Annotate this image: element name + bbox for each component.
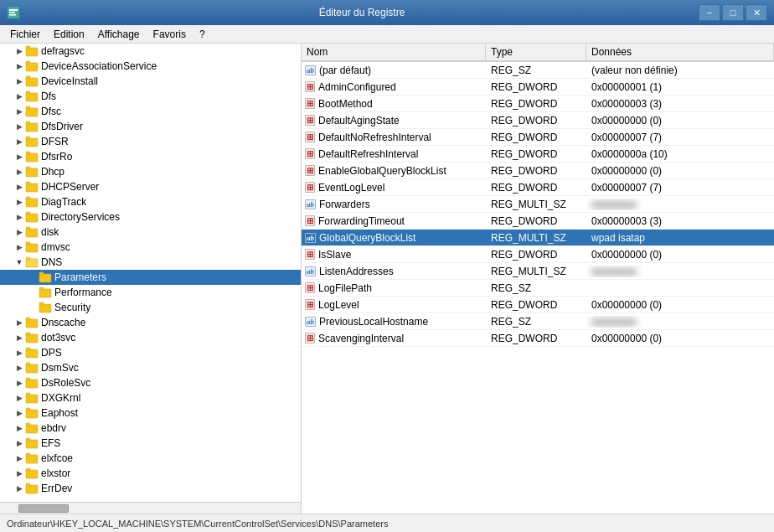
tree-item-diagtrack[interactable]: ▶DiagTrack: [0, 194, 301, 209]
value-data: xxxxxxxxx: [586, 266, 774, 277]
tree-item-deviceassociationservice[interactable]: ▶DeviceAssociationService: [0, 59, 301, 74]
menu-affichage[interactable]: Affichage: [91, 25, 147, 43]
value-row[interactable]: ⊞EventLogLevelREG_DWORD0x00000007 (7): [302, 179, 774, 196]
tree-item-dhcpserver[interactable]: ▶DHCPServer: [0, 179, 301, 194]
tree-arrow-icon[interactable]: ▶: [13, 211, 25, 223]
svg-rect-14: [26, 123, 38, 132]
value-name: ⊞ForwardingTimeout: [302, 215, 486, 227]
values-scroll[interactable]: ab(par défaut)REG_SZ(valeur non définie)…: [302, 62, 774, 514]
tree-item-dsrolesvc[interactable]: ▶DsRoleSvc: [0, 375, 301, 390]
value-row[interactable]: ab(par défaut)REG_SZ(valeur non définie): [302, 62, 774, 79]
tree-item-dhcp[interactable]: ▶Dhcp: [0, 164, 301, 179]
tree-item-dfs[interactable]: ▶Dfs: [0, 89, 301, 104]
tree-item-deviceinstall[interactable]: ▶DeviceInstall: [0, 74, 301, 89]
value-row[interactable]: ⊞DefaultNoRefreshIntervalREG_DWORD0x0000…: [302, 129, 774, 146]
tree-arrow-icon[interactable]: ▶: [13, 362, 25, 374]
tree-arrow-icon[interactable]: ▶: [13, 347, 25, 359]
tree-item-dxgkrnl[interactable]: ▶DXGKrnl: [0, 390, 301, 405]
value-row[interactable]: ⊞LogFilePathREG_SZ: [302, 280, 774, 297]
tree-item-dmvsc[interactable]: ▶dmvsc: [0, 240, 301, 255]
svg-rect-15: [26, 121, 30, 124]
folder-icon: [25, 241, 39, 253]
col-header-data[interactable]: Données: [586, 44, 774, 60]
value-row[interactable]: abPreviousLocalHostnameREG_SZxxxxxxxxx: [302, 313, 774, 330]
tree-arrow-icon[interactable]: ▶: [13, 483, 25, 494]
tree-arrow-icon[interactable]: ▶: [13, 332, 25, 343]
value-name-text: Forwarders: [319, 199, 370, 210]
col-header-type[interactable]: Type: [486, 44, 586, 60]
tree-item-elxstor[interactable]: ▶elxstor: [0, 466, 301, 481]
tree-arrow-icon[interactable]: ▶: [13, 151, 25, 163]
tree-item-directoryservices[interactable]: ▶DirectoryServices: [0, 209, 301, 225]
tree-arrow-icon[interactable]: ▶: [13, 45, 25, 57]
value-name-text: ScavengingInterval: [318, 333, 404, 344]
tree-item-security[interactable]: ▶Security: [0, 300, 301, 315]
tree-arrow-icon[interactable]: ▶: [13, 452, 25, 464]
tree-hscroll[interactable]: [0, 502, 301, 514]
tree-item-eaphost[interactable]: ▶Eaphost: [0, 405, 301, 421]
value-row[interactable]: ⊞DefaultRefreshIntervalREG_DWORD0x000000…: [302, 146, 774, 163]
tree-item-dot3svc[interactable]: ▶dot3svc: [0, 330, 301, 345]
value-row[interactable]: ⊞ScavengingIntervalREG_DWORD0x00000000 (…: [302, 330, 774, 347]
tree-item-efs[interactable]: ▶EFS: [0, 436, 301, 451]
menu-fichier[interactable]: Fichier: [3, 25, 47, 43]
tree-item-dfsrro[interactable]: ▶DfsrRo: [0, 149, 301, 164]
value-row[interactable]: ⊞ForwardingTimeoutREG_DWORD0x00000003 (3…: [302, 213, 774, 230]
folder-icon: [25, 121, 39, 132]
tree-arrow-icon[interactable]: ▶: [13, 317, 25, 328]
tree-arrow-icon[interactable]: ▶: [13, 392, 25, 404]
tree-item-disk[interactable]: ▶disk: [0, 225, 301, 240]
tree-arrow-icon[interactable]: ▶: [13, 60, 25, 72]
tree-arrow-icon[interactable]: ▶: [13, 241, 25, 253]
reg-value-icon: ⊞: [305, 182, 315, 193]
tree-arrow-icon[interactable]: ▶: [13, 196, 25, 208]
value-row[interactable]: ⊞IsSlaveREG_DWORD0x00000000 (0): [302, 246, 774, 263]
tree-item-dnscache[interactable]: ▶Dnscache: [0, 315, 301, 330]
menu-help[interactable]: ?: [193, 25, 212, 43]
tree-item-errdev[interactable]: ▶ErrDev: [0, 481, 301, 496]
tree-item-dsmsvc[interactable]: ▶DsmSvc: [0, 360, 301, 375]
col-header-name[interactable]: Nom: [302, 44, 486, 60]
value-row[interactable]: ⊞DefaultAgingStateREG_DWORD0x00000000 (0…: [302, 112, 774, 129]
tree-item-dfsdriver[interactable]: ▶DfsDriver: [0, 119, 301, 134]
menu-edition[interactable]: Edition: [47, 25, 91, 43]
value-name: abListenAddresses: [302, 266, 486, 277]
tree-arrow-icon[interactable]: ▶: [13, 75, 25, 87]
value-row[interactable]: abForwardersREG_MULTI_SZxxxxxxxxx: [302, 196, 774, 213]
value-row[interactable]: ⊞AdminConfiguredREG_DWORD0x00000001 (1): [302, 79, 774, 96]
tree-item-performance[interactable]: ▶Performance: [0, 285, 301, 300]
close-button[interactable]: ✕: [746, 4, 767, 21]
tree-item-elxfcoe[interactable]: ▶elxfcoe: [0, 451, 301, 466]
value-row[interactable]: abGlobalQueryBlockListREG_MULTI_SZwpad i…: [302, 230, 774, 246]
maximize-button[interactable]: □: [722, 4, 744, 21]
tree-arrow-icon[interactable]: ▶: [13, 106, 25, 117]
value-row[interactable]: ⊞EnableGlobalQueryBlockListREG_DWORD0x00…: [302, 163, 774, 179]
tree-arrow-icon[interactable]: ▶: [13, 136, 25, 147]
tree-item-dfsc[interactable]: ▶Dfsc: [0, 104, 301, 119]
menu-favoris[interactable]: Favoris: [147, 25, 193, 43]
tree-arrow-icon[interactable]: ▶: [13, 467, 25, 479]
svg-rect-2: [9, 12, 15, 13]
tree-item-dps[interactable]: ▶DPS: [0, 345, 301, 360]
tree-arrow-icon[interactable]: ▶: [13, 407, 25, 419]
value-row[interactable]: ⊞BootMethodREG_DWORD0x00000003 (3): [302, 96, 774, 112]
tree-arrow-icon[interactable]: ▼: [13, 256, 25, 268]
tree-item-parameters[interactable]: ▶Parameters: [0, 270, 301, 285]
tree-arrow-icon[interactable]: ▶: [13, 181, 25, 193]
tree-item-dns[interactable]: ▼DNS: [0, 255, 301, 270]
tree-arrow-icon[interactable]: ▶: [13, 377, 25, 389]
value-row[interactable]: ⊞LogLevelREG_DWORD0x00000000 (0): [302, 297, 774, 313]
tree-arrow-icon[interactable]: ▶: [13, 437, 25, 449]
tree-arrow-icon[interactable]: ▶: [13, 166, 25, 178]
tree-arrow-icon[interactable]: ▶: [13, 121, 25, 132]
value-row[interactable]: abListenAddressesREG_MULTI_SZxxxxxxxxx: [302, 263, 774, 280]
tree-item-dfsr[interactable]: ▶DFSR: [0, 134, 301, 149]
tree-item-ebdrv[interactable]: ▶ebdrv: [0, 421, 301, 436]
minimize-button[interactable]: −: [699, 4, 720, 21]
tree-arrow-icon[interactable]: ▶: [13, 226, 25, 238]
tree-arrow-icon[interactable]: ▶: [13, 422, 25, 434]
hscroll-thumb[interactable]: [18, 504, 69, 513]
tree-arrow-icon[interactable]: ▶: [13, 90, 25, 102]
tree-scroll[interactable]: ▶defragsvc▶DeviceAssociationService▶Devi…: [0, 44, 301, 502]
tree-item-defragsvc[interactable]: ▶defragsvc: [0, 44, 301, 59]
